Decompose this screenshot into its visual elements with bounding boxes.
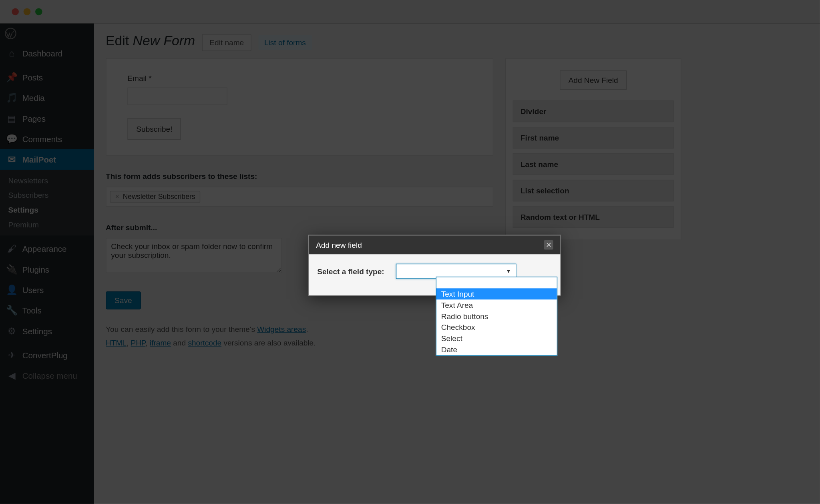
dropdown-option-checkbox[interactable]: Checkbox <box>436 322 557 333</box>
dropdown-option-date[interactable]: Date <box>436 344 557 355</box>
modal-close-icon[interactable]: ✕ <box>544 240 553 249</box>
dropdown-option-blank[interactable] <box>436 277 557 288</box>
modal-header: Add new field ✕ <box>309 235 561 254</box>
modal-title: Add new field <box>316 241 362 249</box>
dropdown-option-text-input[interactable]: Text Input <box>436 288 557 299</box>
dropdown-option-radio[interactable]: Radio buttons <box>436 311 557 322</box>
field-type-label: Select a field type: <box>317 267 384 276</box>
field-type-dropdown: Text Input Text Area Radio buttons Check… <box>436 277 558 356</box>
dropdown-option-select[interactable]: Select <box>436 333 557 344</box>
dropdown-option-text-area[interactable]: Text Area <box>436 299 557 311</box>
